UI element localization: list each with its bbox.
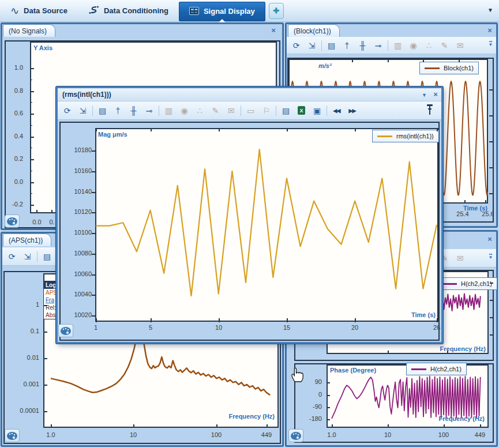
tick-mark xyxy=(216,424,217,428)
single-cursor-icon[interactable]: † xyxy=(340,39,354,52)
single-cursor-icon[interactable]: † xyxy=(111,104,125,117)
tick-label: 449 xyxy=(249,431,284,438)
sine-wave-icon: ∿ xyxy=(10,6,19,16)
tick-mark xyxy=(267,424,268,428)
expand-icon[interactable]: ⇲ xyxy=(305,39,318,52)
close-icon[interactable]: × xyxy=(431,90,440,99)
tick-label: 0.1 xyxy=(31,327,39,334)
add-display-tab-button[interactable]: ✚ xyxy=(269,3,284,19)
prev-frame-icon[interactable]: ◀◀ xyxy=(330,104,343,117)
next-frame-icon[interactable]: ▶▶ xyxy=(346,104,359,117)
tick-mark xyxy=(30,102,32,103)
comment-icon: ✉ xyxy=(453,252,467,265)
tick-mark xyxy=(489,89,493,91)
display-settings-icon[interactable]: ▤ xyxy=(325,39,338,52)
tick-label: 1 xyxy=(78,324,113,331)
tick-mark xyxy=(30,205,34,206)
auto-scale-icon[interactable]: ⟳ xyxy=(290,39,303,52)
tick-mark xyxy=(327,419,330,420)
excel-export-icon[interactable]: X xyxy=(295,104,308,117)
tick-label: -90 xyxy=(313,403,322,410)
tick-mark xyxy=(327,382,330,383)
tick-label: 100 xyxy=(199,431,234,438)
tick-mark xyxy=(96,318,97,322)
tick-mark xyxy=(30,125,32,126)
expand-icon[interactable]: ⇲ xyxy=(21,250,34,263)
tick-mark xyxy=(43,385,47,386)
ribbon-tab-label: Data Source xyxy=(24,6,67,15)
mouse-hand-cursor xyxy=(290,366,306,383)
tick-mark xyxy=(30,193,32,194)
dual-cursor-icon[interactable]: ╫ xyxy=(356,39,369,52)
tick-mark xyxy=(490,317,493,318)
tick-label: 90 xyxy=(315,378,322,385)
tick-mark xyxy=(30,137,34,138)
active-tab-notch xyxy=(219,19,226,22)
note-icon[interactable]: ▤ xyxy=(279,104,292,117)
close-icon[interactable]: × xyxy=(485,26,494,35)
ribbon-tab-data-conditioning[interactable]: Data Conditioning xyxy=(78,0,179,22)
tick-label: 0.001 xyxy=(23,381,39,387)
tick-mark xyxy=(92,171,96,172)
tick-label: 5 xyxy=(133,324,168,331)
tab-aps-ch1[interactable]: (APS(ch1)) xyxy=(3,234,51,246)
tick-mark xyxy=(92,233,96,234)
snapshot-icon[interactable]: ▣ xyxy=(310,104,324,117)
tick-label: 20 xyxy=(337,324,372,331)
tick-mark xyxy=(327,407,330,408)
plot-curve xyxy=(95,128,438,322)
auto-scale-icon[interactable]: ⟳ xyxy=(5,250,18,263)
block-toolbar: ⟳⇲▤†╫⊸▥◉∴✎✉ xyxy=(287,37,496,54)
tick-label: 10060 xyxy=(74,270,92,277)
pin-icon[interactable] xyxy=(426,103,434,117)
collapse-icon[interactable]: ▼ xyxy=(422,92,427,98)
tick-mark xyxy=(151,128,152,131)
rms-titlebar[interactable]: (rms(intl(ch1))) xyxy=(58,88,441,101)
palette-icon xyxy=(6,217,18,226)
tick-mark xyxy=(489,141,493,142)
harmonic-cursor-icon[interactable]: ⊸ xyxy=(372,39,385,52)
tab-no-signals[interactable]: (No Signals) xyxy=(3,24,55,37)
auto-scale-icon[interactable]: ⟳ xyxy=(61,104,74,117)
tick-mark xyxy=(151,318,152,322)
close-icon[interactable]: × xyxy=(269,26,278,35)
tick-label: 0.01 xyxy=(27,354,39,361)
h-phase-legend: H(ch2,ch1) xyxy=(406,363,467,375)
close-icon[interactable]: × xyxy=(485,235,494,244)
toolbar-separator xyxy=(388,40,388,51)
tick-mark xyxy=(489,193,493,194)
palette-button[interactable] xyxy=(5,429,20,442)
expand-icon[interactable]: ⇲ xyxy=(76,104,89,117)
tick-mark xyxy=(287,318,288,322)
comment-icon: ✉ xyxy=(453,39,467,52)
tick-mark xyxy=(92,212,96,213)
harmonic-cursor-icon[interactable]: ⊸ xyxy=(142,104,156,117)
tick-mark xyxy=(30,91,34,92)
tick-label: 0.0 xyxy=(14,178,23,185)
tick-label: -180 xyxy=(309,415,322,422)
tick-label: 10180 xyxy=(74,146,92,153)
toolbar-overflow-icon[interactable]: ••▼ xyxy=(486,253,495,259)
app-screen: ∿Data SourceData ConditioningSignal Disp… xyxy=(0,0,499,448)
toolbar-overflow-icon[interactable]: ••▼ xyxy=(486,40,495,47)
palette-button[interactable] xyxy=(58,324,73,337)
display-settings-icon[interactable]: ▤ xyxy=(40,250,54,263)
tick-mark xyxy=(459,59,460,62)
tick-mark xyxy=(30,68,34,69)
tick-mark xyxy=(287,128,288,131)
comment-icon: ✉ xyxy=(224,104,238,117)
band-marker-icon: ▭ xyxy=(244,104,257,117)
palette-button[interactable] xyxy=(288,429,303,442)
tick-mark xyxy=(92,254,96,255)
palette-button[interactable] xyxy=(5,214,20,228)
ribbon-tab-signal-display[interactable]: Signal Display xyxy=(179,2,265,21)
ribbon-tab-data-source[interactable]: ∿Data Source xyxy=(0,0,78,22)
ribbon-tab-label: Data Conditioning xyxy=(104,6,168,15)
excel-export-icon: X xyxy=(298,106,305,115)
tab-block-ch1[interactable]: (Block(ch1)) xyxy=(288,24,340,37)
display-grid-icon xyxy=(189,6,199,17)
display-settings-icon[interactable]: ▤ xyxy=(96,104,109,117)
ribbon-overflow-icon[interactable]: ▼ xyxy=(487,7,493,13)
tick-mark xyxy=(219,318,220,322)
dual-cursor-icon[interactable]: ╫ xyxy=(127,104,140,117)
